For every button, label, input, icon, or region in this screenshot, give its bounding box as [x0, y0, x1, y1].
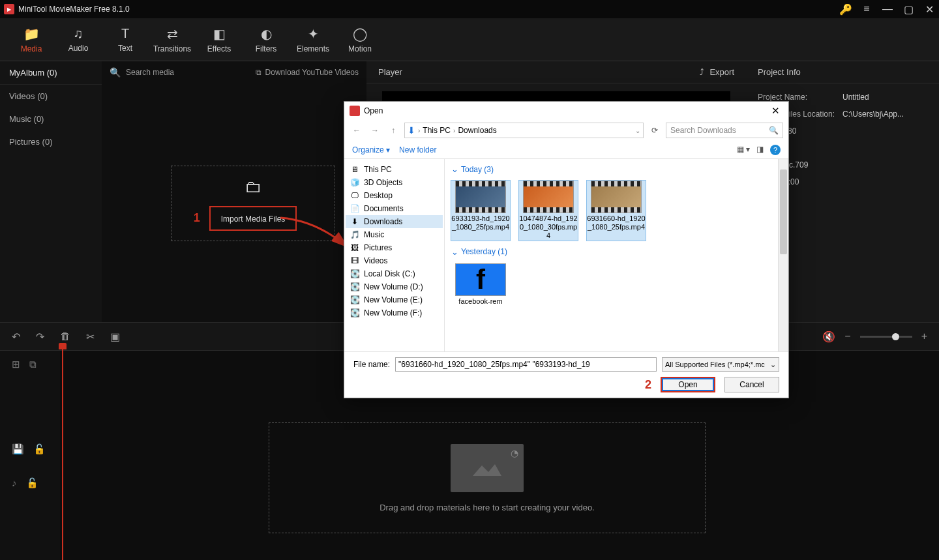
preview-pane-icon[interactable]: ◨ [756, 145, 764, 155]
refresh-icon[interactable]: ⟳ [648, 126, 662, 135]
tab-filters[interactable]: ◐Filters [243, 18, 290, 61]
annotation-2: 2 [645, 378, 651, 392]
project-location-value: C:\Users\bj\App... [842, 110, 927, 119]
playhead[interactable] [62, 344, 63, 560]
nav-up-icon[interactable]: ↑ [386, 123, 400, 138]
tree-this-pc[interactable]: 🖥This PC [346, 163, 443, 176]
timeline-dropzone[interactable]: Drag and drop materials here to start cr… [269, 422, 706, 533]
zoom-slider[interactable] [860, 336, 912, 338]
nav-forward-icon[interactable]: → [368, 123, 382, 138]
timeline-track-buttons: ⊞⧉ 💾🔓 ♪🔓 [0, 351, 60, 560]
zoom-in-icon[interactable]: + [921, 331, 927, 342]
tree-downloads[interactable]: ⬇Downloads [346, 215, 443, 228]
delete-icon[interactable]: 🗑 [60, 331, 70, 342]
close-button[interactable]: ✕ [923, 3, 935, 15]
tree-volume-d[interactable]: 💽New Volume (D:) [346, 280, 443, 293]
file-name-input[interactable] [395, 357, 657, 372]
project-name-label: Project Name: [758, 93, 842, 102]
tab-transitions[interactable]: ⇄Transitions [149, 18, 196, 61]
breadcrumb-downloads[interactable]: Downloads [458, 126, 496, 135]
drive-icon: 💽 [350, 269, 360, 278]
maximize-button[interactable]: ▢ [902, 3, 914, 15]
group-today[interactable]: Today (3) [450, 162, 783, 177]
computer-icon: 🖥 [350, 165, 360, 174]
organize-menu[interactable]: Organize ▾ [352, 145, 390, 155]
download-youtube-label: Download YouTube Videos [265, 68, 359, 77]
tree-videos[interactable]: 🎞Videos [346, 254, 443, 267]
sidebar-item-videos[interactable]: Videos (0) [0, 85, 102, 108]
crop-icon[interactable]: ▣ [110, 331, 120, 343]
tab-elements[interactable]: ✦Elements [290, 18, 336, 61]
file-item[interactable]: 6933193-hd_1920_1080_25fps.mp4 [451, 181, 510, 241]
upgrade-key-icon[interactable]: 🔑 [840, 3, 852, 15]
new-folder-button[interactable]: New folder [399, 145, 436, 155]
search-icon: 🔍 [769, 126, 779, 135]
tab-motion[interactable]: ◯Motion [336, 18, 383, 61]
file-item[interactable]: 6931660-hd_1920_1080_25fps.mp4 [587, 181, 646, 241]
video-thumbnail-icon [455, 181, 506, 213]
search-input[interactable]: Search Downloads 🔍 [666, 123, 783, 138]
dialog-close-button[interactable]: ✕ [768, 105, 783, 117]
menu-icon[interactable]: ≡ [861, 3, 872, 15]
breadcrumb-this-pc[interactable]: This PC [423, 126, 451, 135]
pictures-icon: 🖼 [350, 243, 360, 252]
tree-volume-e[interactable]: 💽New Volume (E:) [346, 293, 443, 306]
tab-audio[interactable]: ♫Audio [55, 18, 102, 61]
audio-track-icon[interactable]: ♪ [12, 477, 17, 489]
unlock-icon[interactable]: 🔓 [26, 477, 38, 489]
cancel-button[interactable]: Cancel [724, 377, 779, 392]
chevron-down-icon[interactable]: ⌄ [635, 127, 640, 134]
media-sidebar: MyAlbum (0) Videos (0) Music (0) Picture… [0, 61, 102, 322]
search-media-input[interactable]: Search media [126, 68, 174, 77]
drive-icon: 💽 [350, 295, 360, 304]
tab-effects[interactable]: ◧Effects [196, 18, 243, 61]
folder-icon: 📁 [23, 26, 40, 42]
nav-back-icon[interactable]: ← [350, 123, 364, 138]
view-options-icon[interactable]: ▦ ▾ [737, 145, 750, 155]
file-name-label: File name: [353, 360, 390, 369]
redo-icon[interactable]: ↷ [36, 331, 44, 343]
download-youtube-button[interactable]: ⧉ Download YouTube Videos [256, 68, 359, 77]
help-icon[interactable]: ? [770, 145, 781, 155]
cube-icon: 🧊 [350, 178, 360, 187]
zoom-out-icon[interactable]: − [844, 331, 850, 342]
undo-icon[interactable]: ↶ [12, 331, 20, 343]
tree-pictures[interactable]: 🖼Pictures [346, 241, 443, 254]
tab-media[interactable]: 📁Media [8, 18, 55, 61]
unlock-icon[interactable]: 🔓 [33, 443, 46, 455]
open-button[interactable]: Open [661, 377, 715, 392]
sidebar-item-music[interactable]: Music (0) [0, 108, 102, 130]
tree-documents[interactable]: 📄Documents [346, 202, 443, 215]
minimize-button[interactable]: — [882, 3, 893, 15]
sidebar-album-header[interactable]: MyAlbum (0) [0, 61, 102, 85]
tree-local-disk-c[interactable]: 💽Local Disk (C:) [346, 267, 443, 280]
export-button[interactable]: ⤴ Export [700, 67, 734, 77]
duplicate-track-icon[interactable]: ⧉ [29, 359, 37, 370]
group-yesterday[interactable]: Yesterday (1) [450, 244, 783, 259]
timeline-drop-text: Drag and drop materials here to start cr… [380, 503, 595, 512]
tree-volume-f[interactable]: 💽New Volume (F:) [346, 306, 443, 319]
app-thumbnail-icon: f [455, 263, 506, 296]
sidebar-item-pictures[interactable]: Pictures (0) [0, 130, 102, 153]
file-list-scrollbar[interactable] [778, 159, 788, 351]
file-item[interactable]: 10474874-hd_1920_1080_30fps.mp4 [519, 181, 578, 241]
desktop-icon: 🖵 [350, 191, 360, 200]
tree-3d-objects[interactable]: 🧊3D Objects [346, 176, 443, 189]
address-bar[interactable]: ⬇ › This PC › Downloads ⌄ [404, 123, 644, 138]
tree-music[interactable]: 🎵Music [346, 228, 443, 241]
file-item[interactable]: ffacebook-rem [451, 263, 510, 306]
tree-desktop[interactable]: 🖵Desktop [346, 189, 443, 202]
cut-icon[interactable]: ✂ [86, 331, 95, 343]
filters-icon: ◐ [261, 26, 272, 42]
save-icon[interactable]: 💾 [12, 443, 24, 455]
video-thumbnail-icon [591, 181, 642, 213]
folder-tree: 🖥This PC 🧊3D Objects 🖵Desktop 📄Documents… [344, 159, 445, 351]
add-track-icon[interactable]: ⊞ [12, 359, 20, 370]
tab-elements-label: Elements [297, 44, 329, 53]
annotation-arrow-icon [276, 214, 352, 253]
media-pane: 🔍 Search media ⧉ Download YouTube Videos… [102, 61, 366, 322]
file-type-filter[interactable]: All Supported Files (*.mp4;*.mc⌄ [662, 357, 779, 372]
tab-text[interactable]: TText [102, 18, 149, 61]
export-icon: ⤴ [700, 67, 704, 77]
mute-icon[interactable]: 🔇 [822, 331, 835, 343]
